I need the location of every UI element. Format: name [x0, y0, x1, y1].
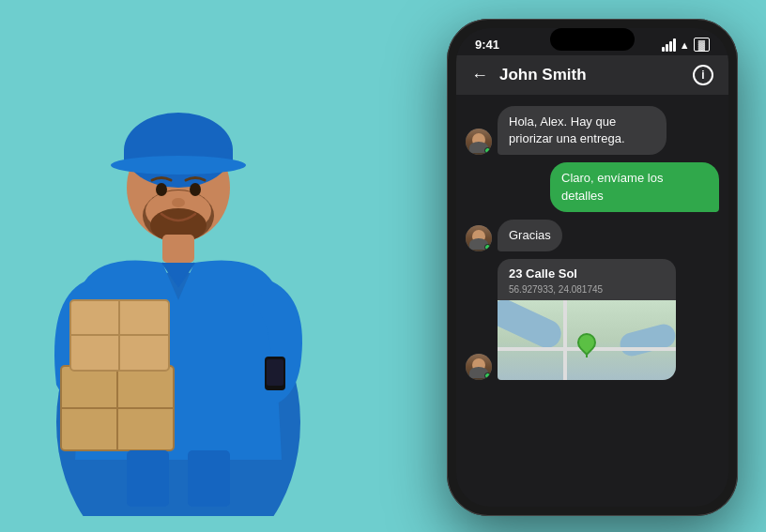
status-time: 9:41: [475, 38, 499, 52]
phone-outer-shell: 9:41 ▲ ▓ ← John Smith i: [447, 19, 738, 516]
chat-header: ← John Smith i: [456, 55, 728, 95]
online-dot-1: [484, 147, 491, 154]
online-dot-3: [484, 244, 491, 251]
phone-screen: 9:41 ▲ ▓ ← John Smith i: [456, 28, 728, 507]
location-bubble[interactable]: 23 Calle Sol 56.927933, 24.081745: [498, 259, 676, 380]
map-river-2: [618, 322, 676, 359]
message-row-4: 23 Calle Sol 56.927933, 24.081745: [466, 259, 719, 380]
location-coords: 56.927933, 24.081745: [498, 284, 676, 300]
svg-point-9: [190, 183, 201, 196]
svg-point-8: [156, 183, 167, 196]
svg-rect-11: [162, 235, 194, 263]
status-icons: ▲ ▓: [662, 38, 710, 52]
message-row-3: Gracias: [466, 220, 719, 251]
map-river-1: [498, 300, 566, 352]
pin-head: [574, 329, 600, 356]
message-row-1: Hola, Alex. Hay que priorizar una entreg…: [466, 106, 719, 155]
svg-rect-21: [267, 359, 283, 386]
phone-mockup: 9:41 ▲ ▓ ← John Smith i: [447, 19, 738, 516]
signal-bar-3: [669, 41, 672, 52]
info-button[interactable]: i: [693, 65, 713, 85]
contact-name: John Smith: [499, 66, 682, 84]
map-road-2: [563, 300, 567, 380]
svg-rect-22: [127, 450, 169, 507]
message-row-2: Claro, envíame los detalles: [466, 162, 719, 211]
message-bubble-2: Claro, envíame los detalles: [550, 162, 719, 211]
messages-area: Hola, Alex. Hay que priorizar una entreg…: [456, 95, 728, 507]
online-dot-4: [484, 372, 491, 379]
avatar-3: [466, 225, 492, 251]
map-location-pin: [575, 333, 598, 361]
avatar-1: [466, 129, 492, 155]
delivery-person-illustration: [0, 0, 394, 532]
svg-point-4: [111, 156, 246, 175]
message-bubble-1: Hola, Alex. Hay que priorizar una entreg…: [498, 106, 666, 155]
signal-bar-2: [666, 44, 668, 52]
dynamic-island: [550, 28, 635, 51]
location-address: 23 Calle Sol: [498, 259, 676, 284]
wifi-icon: ▲: [680, 39, 690, 51]
svg-rect-23: [188, 450, 230, 507]
signal-bar-4: [673, 38, 676, 52]
message-bubble-3: Gracias: [498, 220, 562, 251]
avatar-4: [466, 354, 492, 380]
signal-bar-1: [662, 47, 665, 52]
battery-icon: ▓: [694, 38, 710, 52]
svg-point-10: [172, 198, 185, 207]
back-button[interactable]: ←: [471, 66, 488, 85]
location-map: [498, 300, 676, 380]
signal-bars-icon: [662, 38, 676, 52]
